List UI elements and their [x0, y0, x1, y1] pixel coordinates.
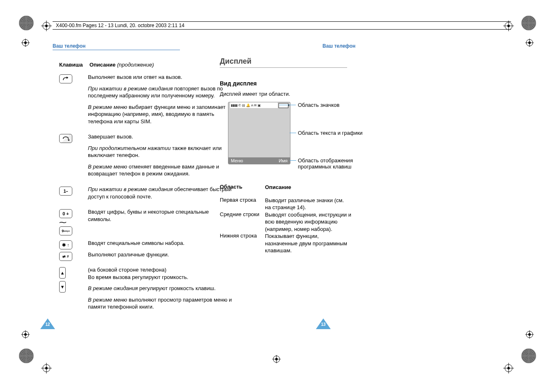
rosette-decoration: [19, 348, 34, 363]
italic-lead: При продолжительном нажатии: [88, 145, 170, 151]
key-icon-column: 1 ∞: [59, 186, 88, 196]
svg-point-23: [528, 333, 531, 336]
description-paragraph: При нажатии в режиме ожидания обеспечива…: [88, 186, 233, 200]
continuation-label: (продолжение): [117, 62, 154, 68]
description-paragraph: Выполняют различные функции.: [88, 251, 233, 258]
key-row: ▲▼(на боковой стороне телефона) Во время…: [59, 266, 233, 315]
softkey-right-label: Имя: [279, 158, 288, 163]
callout-line: [279, 105, 296, 105]
area-description: Выводит различные значки (см. на страниц…: [265, 197, 351, 211]
document-header: X400-00.fm Pages 12 - 13 Lundi, 20. octo…: [53, 21, 511, 30]
key-row: Выполняет вызов или ответ на вызов.При н…: [59, 74, 233, 129]
bell-icon: 🔔: [246, 104, 250, 107]
rosette-decoration: [521, 348, 536, 363]
intro-text: Дисплей имеет три области.: [220, 91, 491, 97]
hash-key-icon: ⇄ #: [59, 252, 72, 261]
key-icon-column: ▲▼: [59, 266, 88, 293]
key-description-column: Завершает вызов.При продолжительном нажа…: [88, 133, 233, 182]
star-key-icon: ✱ ↑: [59, 240, 72, 249]
description-paragraph: Вводят специальные символы набора.: [88, 240, 233, 247]
page-number-left: 12: [40, 318, 55, 329]
reg-mark-icon: [525, 330, 534, 339]
key-row: ⏻Завершает вызов.При продолжительном наж…: [59, 133, 233, 182]
description-paragraph: В режиме меню выбирает функции меню и за…: [88, 104, 233, 125]
area-table-row: Средние строкиВыводят сообщения, инструк…: [220, 211, 351, 233]
section-header-left: Ваш телефон: [53, 43, 180, 50]
reg-mark-icon: [21, 39, 30, 47]
key-icon-column: ✱ ↑⇄ #: [59, 240, 88, 261]
description-paragraph: Выполняет вызов или ответ на вызов.: [88, 74, 233, 81]
description-paragraph: Завершает вызов.: [88, 133, 233, 141]
svg-point-15: [528, 42, 531, 44]
italic-lead: В режиме меню: [88, 164, 127, 170]
softkey-left-label: Меню: [231, 158, 243, 163]
key-row: 1 ∞При нажатии в режиме ожидания обеспеч…: [59, 186, 233, 204]
col-key-label: Клавиша: [59, 62, 88, 68]
envelope-icon: ✉: [254, 104, 257, 107]
key-icon-column: 0 +⁓9 wxyz: [59, 208, 88, 235]
end-key-icon: ⏻: [59, 134, 72, 143]
volume-down-key-icon: ▼: [59, 281, 66, 293]
svg-point-31: [45, 367, 48, 369]
a-icon: A: [251, 104, 253, 107]
range-icon: ⁓: [59, 221, 67, 224]
softkey-bar: Меню Имя: [228, 157, 290, 164]
crop-mark-icon: [41, 363, 52, 374]
col-area-desc-label: Описание: [265, 184, 351, 191]
area-name: Нижняя строка: [220, 233, 265, 254]
subtitle: Вид дисплея: [220, 80, 491, 87]
crop-mark-icon: [41, 21, 52, 31]
italic-lead: При нажатии в режиме ожидания: [88, 85, 173, 92]
table-header-left: Клавиша Описание (продолжение): [59, 62, 233, 69]
callout-line: [290, 160, 296, 161]
zero-key-icon: 0 +: [59, 209, 72, 218]
rosette-decoration: [19, 16, 34, 30]
italic-lead: В режиме меню: [88, 104, 127, 110]
crop-mark-icon: [503, 363, 514, 374]
description-paragraph: Вводят цифры, буквы и некоторые специаль…: [88, 208, 233, 223]
italic-lead: При нажатии в режиме ожидания: [88, 186, 173, 192]
rosette-decoration: [521, 16, 536, 30]
area-table-row: Первая строкаВыводит различные значки (с…: [220, 197, 351, 211]
area-table-row: Нижняя строкаПоказывает функции, назначе…: [220, 233, 351, 254]
col-desc-label: Описание: [90, 62, 116, 68]
area-description: Выводят сообщения, инструкции и всю введ…: [265, 211, 351, 233]
call-icon: ✆: [238, 104, 241, 107]
key-description-column: (на боковой стороне телефона) Во время в…: [88, 266, 233, 315]
one-key-icon: 1 ∞: [59, 187, 72, 196]
signal-icon: ▮▮▮▮: [231, 104, 237, 107]
italic-lead: В режиме меню: [88, 297, 127, 303]
callout-softkeys: Область отображения программных клавиш: [298, 157, 368, 170]
display-figure: ▮▮▮▮ ✆ ▤ 🔔 A ✉ ▣ Меню Имя Область значко…: [220, 102, 491, 174]
key-icon-column: ⏻: [59, 133, 88, 143]
svg-point-11: [24, 42, 27, 44]
italic-lead: В режиме ожидания: [88, 285, 138, 291]
key-description-column: При нажатии в режиме ожидания обеспечива…: [88, 186, 233, 204]
callout-text-graphics: Область текста и графики: [298, 130, 363, 136]
phone-screen-diagram: ▮▮▮▮ ✆ ▤ 🔔 A ✉ ▣ Меню Имя: [228, 102, 290, 164]
section-header-right: Ваш телефон: [322, 43, 450, 50]
svg-point-19: [24, 333, 27, 336]
screen-icon-bar: ▮▮▮▮ ✆ ▤ 🔔 A ✉ ▣: [230, 102, 278, 108]
mms-icon: ▣: [258, 104, 261, 107]
volume-up-key-icon: ▲: [59, 267, 66, 279]
description-paragraph: При нажатии в режиме ожидания повторяет …: [88, 85, 233, 99]
callout-line: [290, 133, 296, 133]
description-paragraph: В режиме ожидания регулируют громкость к…: [88, 285, 233, 292]
area-name: Первая строка: [220, 197, 265, 211]
key-description-column: Вводят специальные символы набора.Выполн…: [88, 240, 233, 262]
area-table-header: Область Описание: [220, 184, 351, 191]
page-number-right: 13: [316, 318, 331, 329]
svg-point-3: [45, 25, 48, 27]
call-key-icon: [59, 74, 72, 83]
reg-mark-icon: [525, 39, 534, 47]
key-row: 0 +⁓9 wxyzВводят цифры, буквы и некоторы…: [59, 208, 233, 235]
callout-icons: Область значков: [298, 102, 339, 108]
description-paragraph: (на боковой стороне телефона) Во время в…: [88, 266, 233, 281]
svg-point-35: [507, 367, 510, 369]
area-name: Средние строки: [220, 211, 265, 233]
description-paragraph: В режиме меню отменяет введенные вами да…: [88, 163, 233, 178]
page-title: Дисплей: [220, 57, 347, 68]
svg-text:⏻: ⏻: [68, 138, 69, 141]
nine-key-icon: 9 wxyz: [59, 226, 72, 235]
